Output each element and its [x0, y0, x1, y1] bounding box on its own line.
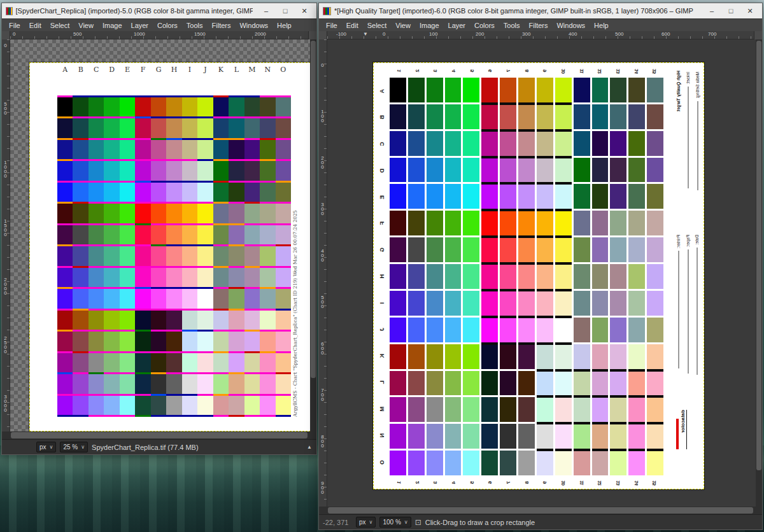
- color-patch: [537, 78, 553, 102]
- color-patch: [500, 318, 516, 342]
- color-patch: [445, 371, 462, 396]
- row-letter: J: [376, 316, 388, 343]
- gimp-window-spyderchart: [SpyderChart_Replica] (imported)-5.0 (RG…: [1, 3, 317, 455]
- color-patch: [390, 184, 406, 209]
- menu-item-image[interactable]: Image: [98, 20, 127, 31]
- menu-item-view[interactable]: View: [391, 20, 415, 31]
- color-patch: [445, 131, 462, 156]
- color-patch: [481, 184, 498, 209]
- right-vertical-scrollbar[interactable]: [756, 39, 762, 507]
- menu-item-image[interactable]: Image: [415, 20, 444, 31]
- registration-tick: [481, 262, 498, 265]
- menu-item-layer[interactable]: Layer: [127, 20, 153, 31]
- ruler-corner-button[interactable]: [319, 31, 327, 39]
- registration-tick: [610, 449, 626, 451]
- menu-item-filters[interactable]: Filters: [525, 20, 553, 31]
- color-patch: [592, 371, 609, 396]
- color-patch: [408, 211, 425, 235]
- ruler-menu-button[interactable]: [308, 31, 316, 39]
- menu-item-windows[interactable]: Windows: [235, 20, 272, 31]
- ruler-label: 200: [320, 155, 325, 169]
- menu-item-file[interactable]: File: [4, 20, 25, 31]
- color-patch: [574, 451, 590, 475]
- color-patch: [555, 184, 572, 209]
- menu-item-help[interactable]: Help: [590, 20, 613, 31]
- color-patch: [445, 451, 462, 475]
- color-patch: [574, 397, 590, 422]
- ruler-label: 200: [476, 31, 484, 37]
- color-patch: [647, 424, 663, 449]
- menu-item-colors[interactable]: Colors: [470, 20, 499, 31]
- color-patch: [574, 211, 590, 235]
- color-patch: [628, 78, 645, 102]
- registration-tick: [555, 262, 572, 265]
- color-patch: [481, 371, 498, 396]
- close-button[interactable]: ✕: [295, 4, 314, 17]
- ruler-label: 2000: [255, 31, 266, 37]
- color-patch: [555, 318, 572, 342]
- color-patch: [427, 184, 443, 209]
- color-patch: [610, 237, 626, 262]
- titlebar[interactable]: *[High Quality Target] (imported)-6.0 (R…: [319, 3, 762, 18]
- menu-item-edit[interactable]: Edit: [25, 20, 46, 31]
- column-letters: ABCDEFGHIJKLMNO: [57, 66, 291, 74]
- menu-item-windows[interactable]: Windows: [552, 20, 590, 31]
- menu-item-select[interactable]: Select: [46, 20, 74, 31]
- color-patch: [500, 237, 516, 262]
- color-patch: [463, 318, 479, 342]
- left-canvas[interactable]: ABCDEFGHIJKLMNO ArgyllCMS - Chart "Spyde…: [10, 39, 310, 431]
- maximize-button[interactable]: □: [276, 4, 295, 17]
- minimize-button[interactable]: –: [257, 4, 276, 17]
- color-patch: [574, 344, 590, 369]
- menu-item-help[interactable]: Help: [272, 20, 296, 31]
- left-horizontal-ruler[interactable]: 05001000150020002500: [10, 31, 308, 39]
- left-vertical-scrollbar[interactable]: [310, 39, 316, 431]
- color-patch: [555, 291, 572, 316]
- menu-item-tools[interactable]: Tools: [182, 20, 208, 31]
- color-patch: [610, 131, 626, 156]
- right-vertical-ruler[interactable]: 0100200300400500600700800900: [319, 39, 327, 507]
- unit-dropdown[interactable]: px∨: [356, 517, 376, 528]
- ruler-label: 400: [320, 248, 325, 262]
- color-patch: [463, 211, 479, 235]
- left-vertical-ruler[interactable]: 050010001500200025003000: [2, 39, 10, 431]
- menu-item-view[interactable]: View: [74, 20, 98, 31]
- zoom-dropdown[interactable]: 25 %∨: [60, 442, 88, 452]
- color-patch: [408, 104, 425, 129]
- maximize-button[interactable]: □: [721, 4, 740, 17]
- close-button[interactable]: ✕: [740, 4, 760, 17]
- ruler-label: 0: [383, 31, 385, 37]
- chevron-down-icon: ∨: [81, 444, 85, 450]
- navigation-button[interactable]: ▲: [306, 444, 313, 451]
- right-horizontal-scrollbar[interactable]: [319, 507, 762, 514]
- titlebar[interactable]: [SpyderChart_Replica] (imported)-5.0 (RG…: [2, 3, 316, 18]
- menu-item-colors[interactable]: Colors: [153, 20, 182, 31]
- zoom-dropdown[interactable]: 100 %∨: [379, 517, 411, 528]
- color-patch: [445, 184, 462, 209]
- inkset-field: Inkset:: [684, 72, 692, 188]
- menu-item-filters[interactable]: Filters: [208, 20, 236, 31]
- ruler-menu-button[interactable]: [754, 31, 762, 39]
- registration-tick: [481, 102, 498, 105]
- column-number: 15: [645, 65, 663, 76]
- right-canvas[interactable]: 123456789101112131415 ABCDEFGHIJKLMNO 12…: [327, 39, 756, 507]
- menu-item-select[interactable]: Select: [363, 20, 392, 31]
- menu-item-file[interactable]: File: [322, 20, 342, 31]
- registration-tick: [500, 235, 516, 238]
- right-horizontal-ruler[interactable]: ▼ -10001002003004005006007008: [327, 31, 754, 39]
- menu-item-tools[interactable]: Tools: [499, 20, 525, 31]
- unit-dropdown[interactable]: px∨: [36, 442, 56, 452]
- color-patch: [628, 211, 645, 235]
- registration-tick: [537, 369, 553, 372]
- left-horizontal-scrollbar[interactable]: [2, 431, 316, 439]
- crop-icon: ⊡: [415, 518, 421, 527]
- menu-item-layer[interactable]: Layer: [444, 20, 470, 31]
- ruler-label: 100: [320, 109, 325, 122]
- minimize-button[interactable]: –: [702, 4, 721, 17]
- menu-item-edit[interactable]: Edit: [342, 20, 363, 31]
- column-number: 14: [627, 65, 646, 76]
- color-patch: [628, 291, 645, 316]
- registration-tick: [481, 209, 498, 211]
- ruler-corner-button[interactable]: [2, 31, 10, 39]
- color-patch: [537, 424, 553, 449]
